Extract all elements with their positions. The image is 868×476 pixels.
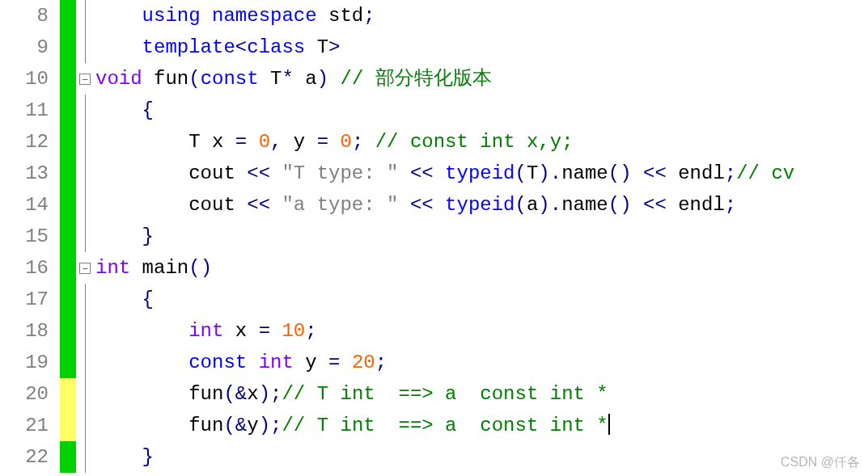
code-content[interactable]: int x = 10; bbox=[94, 315, 317, 347]
token-op: = bbox=[235, 131, 247, 153]
token-op: = bbox=[259, 320, 270, 342]
token-op: ; bbox=[352, 131, 375, 153]
token-kw: namespace bbox=[212, 5, 317, 27]
code-content[interactable]: fun(&y);// T int ==> a const int * bbox=[94, 410, 610, 441]
line-number: 16 bbox=[0, 252, 60, 284]
code-line[interactable]: 21 fun(&y);// T int ==> a const int * bbox=[0, 410, 868, 441]
code-content[interactable]: } bbox=[94, 221, 154, 252]
code-content[interactable]: T x = 0, y = 0; // const int x,y; bbox=[94, 126, 574, 158]
change-marker bbox=[60, 32, 76, 63]
code-content[interactable]: using namespace std; bbox=[94, 0, 375, 32]
token-str: "T type: " bbox=[282, 162, 398, 184]
code-content[interactable]: } bbox=[94, 441, 154, 473]
token-op: ); bbox=[259, 415, 282, 436]
code-content[interactable]: cout << "a type: " << typeid(a).name() <… bbox=[94, 189, 736, 221]
token-ident bbox=[247, 131, 258, 153]
code-content[interactable]: cout << "T type: " << typeid(T).name() <… bbox=[94, 158, 794, 189]
code-line[interactable]: 19 const int y = 20; bbox=[0, 347, 868, 378]
line-number: 19 bbox=[0, 347, 60, 378]
fold-guide bbox=[76, 315, 94, 347]
token-type: int bbox=[188, 320, 223, 342]
code-content[interactable]: { bbox=[94, 284, 154, 315]
line-number: 15 bbox=[0, 221, 60, 252]
token-ident: y bbox=[294, 352, 328, 373]
token-ident: name bbox=[561, 162, 608, 184]
fold-guide bbox=[76, 378, 94, 410]
code-content[interactable]: void fun(const T* a) // 部分特化版本 bbox=[94, 63, 492, 95]
fold-guide bbox=[76, 189, 94, 221]
change-marker bbox=[60, 284, 76, 315]
code-content[interactable]: template<class T> bbox=[94, 32, 340, 63]
code-line[interactable]: 9 template<class T> bbox=[0, 32, 868, 63]
token-ident: main bbox=[130, 257, 188, 279]
line-number: 17 bbox=[0, 284, 60, 315]
token-op: ). bbox=[538, 194, 561, 216]
code-line[interactable]: 22 } bbox=[0, 441, 868, 473]
token-op: ); bbox=[259, 383, 282, 405]
token-op: ). bbox=[538, 162, 561, 184]
code-line[interactable]: 10−void fun(const T* a) // 部分特化版本 bbox=[0, 63, 868, 95]
code-content[interactable]: const int y = 20; bbox=[94, 347, 387, 378]
token-op: () bbox=[188, 257, 212, 279]
token-comment: // const int x,y; bbox=[375, 131, 574, 153]
token-op: > bbox=[328, 36, 340, 58]
change-marker bbox=[60, 189, 76, 221]
token-ident: fun bbox=[188, 415, 223, 436]
code-line[interactable]: 15 } bbox=[0, 221, 868, 252]
token-ident: T bbox=[527, 162, 538, 184]
code-content[interactable]: { bbox=[94, 95, 154, 126]
token-ident bbox=[340, 352, 351, 373]
fold-toggle-icon[interactable]: − bbox=[76, 252, 94, 284]
code-line[interactable]: 11 { bbox=[0, 95, 868, 126]
token-op: ; bbox=[363, 5, 375, 27]
fold-guide bbox=[76, 95, 94, 126]
token-op: ) bbox=[317, 68, 341, 90]
token-op: ; bbox=[375, 352, 387, 373]
fold-guide bbox=[76, 284, 94, 315]
code-content[interactable]: int main() bbox=[94, 252, 212, 284]
token-op: ; bbox=[305, 320, 316, 342]
token-ident: fun bbox=[142, 68, 189, 90]
token-ident bbox=[270, 162, 282, 184]
token-ident: cout bbox=[188, 194, 247, 216]
token-kw: using bbox=[142, 5, 201, 27]
fold-guide bbox=[76, 410, 94, 441]
change-marker bbox=[60, 158, 76, 189]
line-number: 22 bbox=[0, 441, 60, 473]
token-ident bbox=[434, 194, 445, 216]
code-line[interactable]: 8 using namespace std; bbox=[0, 0, 868, 32]
token-comment: // cv bbox=[736, 162, 794, 184]
fold-toggle-icon[interactable]: − bbox=[76, 63, 94, 95]
token-ident: T bbox=[259, 68, 282, 90]
change-marker bbox=[60, 95, 76, 126]
token-op: , bbox=[270, 131, 282, 153]
token-type: void bbox=[95, 68, 142, 90]
token-ident: endl bbox=[667, 194, 725, 216]
watermark-text: CSDN @仟各 bbox=[781, 454, 860, 471]
token-num: 20 bbox=[352, 352, 375, 373]
fold-guide bbox=[76, 158, 94, 189]
token-op: << bbox=[247, 194, 270, 216]
token-op: { bbox=[142, 289, 154, 310]
code-editor[interactable]: 8 using namespace std;9 template<class T… bbox=[0, 0, 868, 473]
code-line[interactable]: 16−int main() bbox=[0, 252, 868, 284]
token-ident: y bbox=[282, 131, 316, 153]
code-line[interactable]: 12 T x = 0, y = 0; // const int x,y; bbox=[0, 126, 868, 158]
token-kw: const bbox=[188, 352, 247, 373]
code-line[interactable]: 17 { bbox=[0, 284, 868, 315]
token-op: ( bbox=[188, 68, 200, 90]
code-content[interactable]: fun(&x);// T int ==> a const int * bbox=[94, 378, 608, 410]
token-op: (& bbox=[223, 415, 247, 436]
token-comment: // 部分特化版本 bbox=[340, 68, 491, 90]
token-type: int bbox=[259, 352, 294, 373]
code-line[interactable]: 18 int x = 10; bbox=[0, 315, 868, 347]
code-line[interactable]: 13 cout << "T type: " << typeid(T).name(… bbox=[0, 158, 868, 189]
token-ident: cout bbox=[188, 162, 247, 184]
line-number: 9 bbox=[0, 32, 60, 63]
token-op: () << bbox=[608, 162, 667, 184]
code-line[interactable]: 14 cout << "a type: " << typeid(a).name(… bbox=[0, 189, 868, 221]
code-line[interactable]: 20 fun(&x);// T int ==> a const int * bbox=[0, 378, 868, 410]
token-op: () << bbox=[608, 194, 667, 216]
token-op: = bbox=[328, 352, 340, 373]
line-number: 13 bbox=[0, 158, 60, 189]
